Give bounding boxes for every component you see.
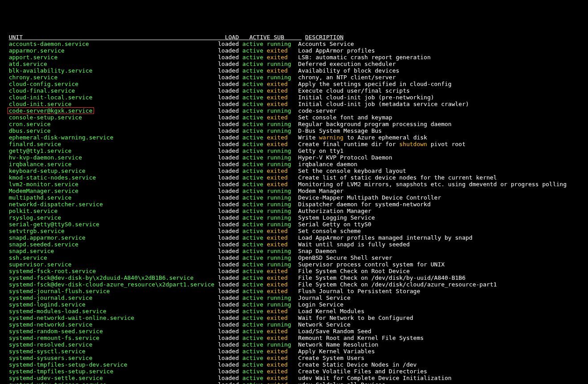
unit-active: active [242,188,267,194]
unit-name: accounts-daemon.service [9,41,89,47]
unit-name: finalrd.service [9,141,61,147]
unit-name: snapd.apparmor.service [9,234,86,241]
unit-load: loaded [218,87,242,94]
unit-name: multipathd.service [9,194,72,201]
unit-name: rsyslog.service [9,214,61,221]
unit-sub: running [267,74,295,81]
unit-sub: running [267,121,295,127]
unit-row: kmod-static-nodes.service loaded active … [2,174,586,181]
unit-name: systemd-random-seed.service [9,328,103,335]
unit-description: Create Volatile Files and Directories [298,368,427,375]
unit-description: Login Service [298,301,343,308]
unit-name: systemd-fsck@dev-disk-cloud-azure_resour… [9,281,215,288]
unit-sub: running [267,254,295,261]
unit-row: console-setup.service loaded active exit… [2,114,586,121]
unit-row: systemd-sysusers.service loaded active e… [2,355,586,361]
unit-row: setvtrgb.service loaded active exited Se… [2,228,586,234]
unit-sub: running [267,61,295,67]
unit-row: systemd-fsck@dev-disk-cloud-azure_resour… [2,281,586,288]
unit-active: active [242,101,267,107]
unit-sub: running [267,201,295,208]
unit-load: loaded [218,361,242,368]
unit-sub: running [267,294,295,301]
unit-sub: exited [267,274,288,281]
unit-description: Authorization Manager [298,208,371,214]
unit-active: active [242,381,267,384]
unit-description: Initial cloud-init job (metadata service… [298,101,469,107]
unit-load: loaded [218,228,242,234]
unit-load: loaded [218,335,242,341]
header-row: UNIT LOAD ACTIVE SUB DESCRIPTION [2,34,586,41]
unit-active: active [242,74,267,81]
unit-row: systemd-tmpfiles-setup.service loaded ac… [2,368,586,375]
unit-name: chrony.service [9,74,58,81]
unit-sub: exited [267,241,288,248]
unit-row: systemd-tmpfiles-setup-dev.service loade… [2,361,586,368]
unit-sub: exited [267,81,288,87]
unit-description: Network Service [298,321,350,328]
unit-description: Getty on tty1 [298,147,343,154]
unit-active: active [242,368,267,375]
unit-row: keyboard-setup.service loaded active exi… [2,167,586,174]
unit-load: loaded [218,281,242,288]
unit-active: active [242,94,267,101]
unit-active: active [242,294,267,301]
unit-active: active [242,315,267,321]
unit-description: File System Check on Root Device [298,268,409,274]
unit-active: active [242,107,267,114]
unit-name: dbus.service [9,127,51,134]
unit-load: loaded [218,301,242,308]
unit-active: active [242,121,267,127]
unit-sub: exited [267,167,288,174]
unit-load: loaded [218,368,242,375]
unit-row: systemd-journald.service loaded active r… [2,294,586,301]
unit-load: loaded [218,375,242,381]
unit-load: loaded [218,107,242,114]
unit-active: active [242,268,267,274]
unit-active: active [242,134,267,141]
col-header-active: ACTIVE [249,34,274,41]
unit-description: D-Bus System Message Bus [298,127,382,134]
unit-active: active [242,194,267,201]
terminal-output[interactable]: UNIT LOAD ACTIVE SUB DESCRIPTION account… [0,33,588,384]
unit-sub: exited [267,228,288,234]
unit-active: active [242,114,267,121]
unit-description: Modem Manager [298,188,343,194]
unit-description: Supervisor process control system for UN… [298,261,445,268]
unit-active: active [242,221,267,228]
unit-sub: running [267,107,295,114]
unit-active: active [242,208,267,214]
unit-active: active [242,67,267,74]
unit-sub: exited [267,141,288,147]
unit-sub: exited [267,288,288,294]
unit-name: systemd-modules-load.service [9,308,106,315]
unit-sub: running [267,194,295,201]
unit-description: Device-Mapper Multipath Device Controlle… [298,194,441,201]
unit-load: loaded [218,54,242,61]
unit-sub: running [267,188,295,194]
unit-name: getty@tty1.service [9,147,72,154]
unit-load: loaded [218,194,242,201]
unit-sub: exited [267,281,288,288]
unit-row: ssh.service loaded active running OpenBS… [2,254,586,261]
unit-sub: exited [267,315,288,321]
unit-active: active [242,214,267,221]
unit-row: systemd-journal-flush.service loaded act… [2,288,586,294]
unit-row: snapd.seeded.service loaded active exite… [2,241,586,248]
unit-description: LSB: automatic crash report generation [298,54,430,61]
unit-sub: exited [267,134,288,141]
unit-name: cloud-config.service [9,81,79,87]
unit-description: Create System Users [298,355,364,361]
unit-sub: running [267,261,295,268]
unit-name: systemd-fsck-root.service [9,268,96,274]
unit-row: systemd-fsck@dev-disk-by\x2duuid-A840\x2… [2,274,586,281]
unit-load: loaded [218,274,242,281]
unit-active: active [242,288,267,294]
unit-active: active [242,281,267,288]
unit-description: Dispatcher daemon for systemd-networkd [298,201,430,208]
unit-active: active [242,241,267,248]
unit-description: Network Name Resolution [298,341,378,348]
unit-name: systemd-tmpfiles-setup.service [9,368,114,375]
unit-row: getty@tty1.service loaded active running… [2,147,586,154]
unit-load: loaded [218,288,242,294]
